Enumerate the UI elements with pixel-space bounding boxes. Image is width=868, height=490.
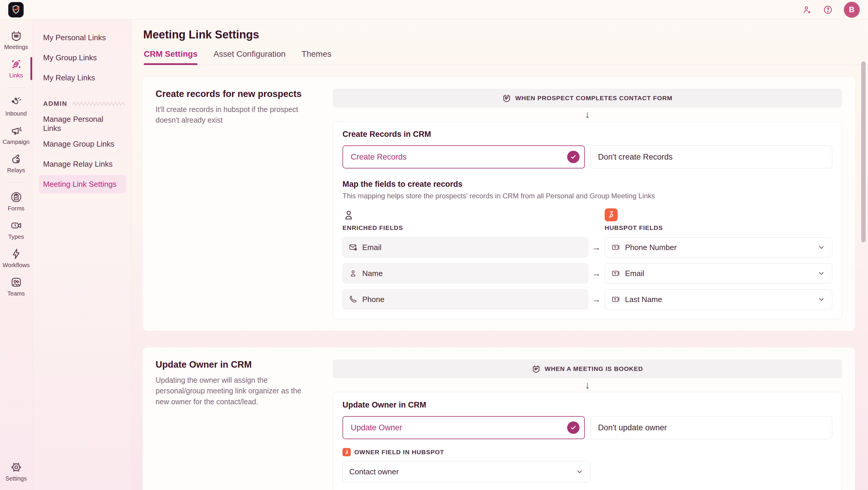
column-header-label: HUBSPOT FIELDS: [604, 224, 832, 231]
tab-bar: CRM Settings Asset Configuration Themes: [143, 49, 868, 65]
nav-item-settings[interactable]: Settings: [0, 458, 32, 486]
hand-point-icon: [10, 153, 22, 165]
trigger-banner: WHEN A MEETING IS BOOKED: [333, 359, 842, 378]
clipboard-icon: [10, 191, 22, 203]
tab-crm-settings[interactable]: CRM Settings: [144, 49, 197, 65]
chevron-down-icon: [817, 243, 826, 252]
nav-item-campaign[interactable]: Campaign: [0, 121, 32, 149]
nav-item-types[interactable]: Types: [0, 216, 32, 244]
option-create-records[interactable]: Create Records: [342, 145, 585, 169]
update-owner-inner-card: Update Owner in CRM Update Owner Don't u…: [333, 392, 842, 490]
chevron-down-icon: [817, 269, 826, 278]
enriched-field-phone: Phone: [342, 289, 588, 310]
tab-asset-configuration[interactable]: Asset Configuration: [213, 49, 285, 65]
sidebar-item-manage-group-links[interactable]: Manage Group Links: [39, 135, 126, 153]
user-icon: [349, 269, 358, 278]
mail-icon: [349, 243, 358, 252]
column-header-label: ENRICHED FIELDS: [342, 224, 588, 231]
nav-label: Links: [9, 72, 23, 79]
nav-label: Meetings: [4, 44, 28, 51]
chevron-down-icon: [576, 467, 584, 476]
nav-label: Types: [8, 233, 24, 240]
enriched-field-email: Email: [342, 237, 588, 257]
option-label: Don't create Records: [598, 152, 673, 162]
create-records-card-body: WHEN PROSPECT COMPLETES CONTACT FORM ↓ C…: [333, 89, 842, 319]
hubspot-field-select[interactable]: Email: [604, 263, 832, 283]
main-header: Meeting Link Settings CRM Settings Asset…: [131, 20, 868, 65]
enriched-field-name: Name: [342, 263, 588, 283]
scrollbar-thumb[interactable]: [861, 61, 866, 242]
links-sidebar: My Personal Links My Group Links My Rela…: [32, 20, 131, 490]
admin-label: ADMIN: [43, 100, 67, 108]
nav-item-relays[interactable]: Relays: [0, 149, 32, 178]
text-field-icon: [612, 269, 620, 278]
calendar-icon: [502, 94, 511, 103]
hubspot-field-select[interactable]: Phone Number: [604, 237, 832, 257]
nav-item-links[interactable]: Links: [0, 54, 32, 83]
calendar-icon: [532, 365, 540, 373]
check-icon: [567, 151, 580, 163]
nav-label: Forms: [8, 205, 25, 212]
mapping-title: Map the fields to create records: [342, 180, 832, 189]
main-area: Meeting Link Settings CRM Settings Asset…: [131, 20, 868, 490]
shield-arrow-icon: [11, 4, 21, 15]
option-dont-create-records[interactable]: Don't create Records: [590, 145, 833, 169]
hubspot-icon: [342, 448, 351, 456]
card-title: Update Owner in CRM: [156, 359, 316, 370]
app-logo[interactable]: [8, 2, 24, 18]
option-dont-update-owner[interactable]: Don't update owner: [590, 416, 833, 439]
sidebar-item-my-personal-links[interactable]: My Personal Links: [39, 28, 126, 47]
sidebar-item-manage-personal-links[interactable]: Manage Personal Links: [39, 115, 126, 133]
trigger-banner: WHEN PROSPECT COMPLETES CONTACT FORM: [333, 89, 842, 108]
sidebar-item-my-group-links[interactable]: My Group Links: [39, 49, 126, 67]
enriched-fields-header: ENRICHED FIELDS: [342, 209, 588, 231]
select-value: Last Name: [625, 295, 662, 304]
trigger-label: WHEN PROSPECT COMPLETES CONTACT FORM: [515, 94, 673, 102]
phone-icon: [349, 295, 358, 304]
nav-label: Campaign: [3, 139, 30, 145]
text-field-icon: [612, 243, 620, 252]
create-records-card: Create records for new prospects It'll c…: [143, 77, 855, 331]
nav-label: Inbound: [5, 110, 27, 117]
map-arrow: →: [588, 268, 604, 279]
sidebar-item-my-relay-links[interactable]: My Relay Links: [39, 68, 126, 87]
option-label: Update Owner: [351, 423, 402, 432]
link-icon: [10, 58, 22, 70]
create-records-options: Create Records Don't create Records: [342, 145, 832, 169]
option-update-owner[interactable]: Update Owner: [342, 416, 585, 439]
update-owner-options: Update Owner Don't update owner: [342, 416, 832, 439]
nav-rail: Meetings Links Inbound: [0, 20, 32, 490]
mapping-description: This mapping helps store the prospects' …: [342, 192, 832, 200]
mapping-column-headers: ENRICHED FIELDS: [342, 208, 832, 231]
nav-label: Settings: [5, 475, 27, 482]
nav-item-workflows[interactable]: Workflows: [0, 244, 32, 272]
option-label: Create Records: [351, 152, 407, 162]
owner-field-label: OWNER FIELD IN HUBSPOT: [354, 449, 444, 456]
topbar: B: [0, 0, 868, 20]
mapping-row: Phone → Last Name: [342, 289, 832, 310]
avatar[interactable]: B: [844, 2, 860, 18]
nav-item-teams[interactable]: Teams: [0, 272, 32, 301]
select-value: Phone Number: [625, 243, 677, 252]
create-records-inner-card: Create Records in CRM Create Records Don…: [333, 121, 842, 319]
help-icon[interactable]: [823, 5, 833, 15]
add-user-icon[interactable]: [802, 5, 812, 15]
chevron-down-icon: [817, 295, 826, 304]
flow-down-arrow: ↓: [333, 378, 842, 392]
owner-field-select[interactable]: Contact owner: [342, 461, 590, 482]
gear-icon: [10, 461, 22, 473]
owner-field-header: OWNER FIELD IN HUBSPOT: [342, 448, 832, 456]
text-field-icon: [612, 295, 620, 304]
page-title: Meeting Link Settings: [143, 28, 868, 41]
hubspot-field-select[interactable]: Last Name: [604, 289, 832, 310]
nav-item-meetings[interactable]: Meetings: [0, 26, 32, 54]
sidebar-item-manage-relay-links[interactable]: Manage Relay Links: [39, 155, 126, 173]
nav-item-forms[interactable]: Forms: [0, 188, 32, 216]
update-owner-card: Update Owner in CRM Updating the owner w…: [143, 348, 855, 490]
tab-themes[interactable]: Themes: [302, 49, 331, 65]
sidebar-item-meeting-link-settings[interactable]: Meeting Link Settings: [39, 175, 126, 193]
select-value: Email: [625, 269, 644, 278]
update-owner-card-intro: Update Owner in CRM Updating the owner w…: [156, 359, 333, 490]
nav-item-inbound[interactable]: Inbound: [0, 92, 32, 121]
zigzag-decoration: [72, 102, 126, 106]
